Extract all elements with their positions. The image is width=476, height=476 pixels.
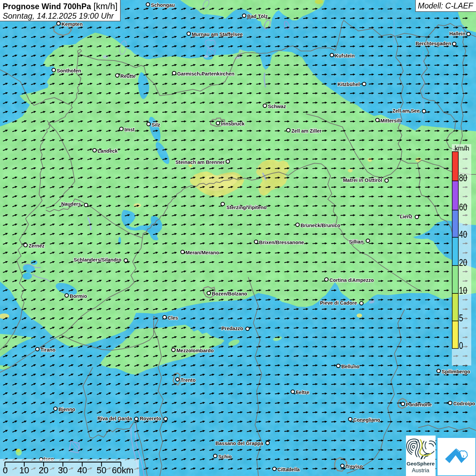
svg-text:Bruneck/Brunico: Bruneck/Brunico [301, 223, 340, 228]
svg-text:Berchtesgaden: Berchtesgaden [415, 41, 451, 46]
svg-text:20: 20 [39, 465, 49, 475]
svg-text:30: 30 [58, 465, 68, 475]
svg-text:Bozen/Bolzano: Bozen/Bolzano [212, 291, 247, 296]
svg-text:Trento: Trento [181, 377, 196, 383]
svg-text:Brixen/Bressanone: Brixen/Bressanone [259, 240, 304, 245]
svg-text:Bad Tölz: Bad Tölz [247, 14, 268, 19]
svg-text:5: 5 [459, 312, 463, 323]
svg-text:0: 0 [3, 465, 7, 475]
svg-text:Schlanders/Silandro: Schlanders/Silandro [74, 257, 121, 262]
svg-text:Steinach am Brenner: Steinach am Brenner [175, 159, 225, 165]
svg-text:40: 40 [459, 229, 467, 240]
svg-text:Innsbruck: Innsbruck [221, 121, 245, 126]
svg-text:Landeck: Landeck [98, 148, 118, 154]
svg-text:Murnau am Staffelsee: Murnau am Staffelsee [192, 32, 243, 37]
svg-text:Mezzolombardo: Mezzolombardo [176, 348, 214, 353]
svg-text:Prognose Wind 700hPa [km/h]: Prognose Wind 700hPa [km/h] [3, 1, 118, 11]
svg-text:Mittersill: Mittersill [380, 118, 401, 123]
svg-text:Sonntag, 14.12.2025 19:00 Uhr: Sonntag, 14.12.2025 19:00 Uhr [3, 12, 114, 20]
svg-text:80: 80 [459, 172, 467, 183]
svg-text:Zernez: Zernez [29, 243, 45, 249]
svg-text:Conegliano: Conegliano [353, 417, 380, 423]
svg-text:0: 0 [459, 340, 463, 351]
svg-text:Matrei in Osttirol: Matrei in Osttirol [343, 177, 382, 183]
svg-text:10: 10 [19, 465, 29, 475]
svg-text:Tirano: Tirano [40, 347, 55, 353]
svg-text:Codroipo: Codroipo [453, 401, 475, 406]
svg-text:Zell am See: Zell am See [392, 108, 420, 114]
svg-text:Bassano del Grappa: Bassano del Grappa [216, 441, 264, 446]
svg-text:Cortina d'Ampezzo: Cortina d'Ampezzo [329, 277, 374, 283]
svg-text:Kempten: Kempten [62, 21, 83, 27]
svg-text:Pieve di Cadore: Pieve di Cadore [320, 300, 357, 306]
svg-text:Kitzbühel: Kitzbühel [338, 82, 360, 87]
svg-text:Sonthofen: Sonthofen [57, 68, 81, 73]
svg-text:Cittadella: Cittadella [277, 467, 300, 472]
svg-text:Rovereto: Rovereto [140, 416, 161, 421]
svg-text:Riva del Garda: Riva del Garda [97, 416, 132, 421]
svg-text:Schongau: Schongau [151, 2, 175, 8]
svg-text:km/h: km/h [455, 144, 469, 152]
svg-text:Nauders: Nauders [61, 201, 81, 207]
svg-text:Feltre: Feltre [296, 390, 309, 395]
svg-text:Schwaz: Schwaz [268, 104, 286, 109]
svg-text:Predazzo: Predazzo [221, 326, 243, 331]
svg-text:Imst: Imst [124, 127, 135, 132]
svg-text:60: 60 [459, 202, 467, 213]
svg-text:Sillian: Sillian [349, 239, 363, 244]
svg-text:40: 40 [77, 465, 87, 475]
svg-text:Cles: Cles [168, 315, 178, 321]
svg-text:Silz: Silz [152, 122, 160, 128]
svg-text:20: 20 [459, 257, 467, 268]
svg-text:60km: 60km [112, 465, 134, 475]
svg-text:Hallein: Hallein [449, 31, 465, 36]
svg-text:Austria: Austria [412, 467, 429, 473]
svg-text:Bienno: Bienno [58, 407, 75, 412]
svg-text:50: 50 [97, 465, 106, 475]
svg-text:Belluno: Belluno [341, 364, 359, 369]
svg-text:Treviso: Treviso [345, 464, 363, 469]
svg-text:GeoSphere: GeoSphere [407, 461, 435, 466]
svg-text:Modell: C-LAEF: Modell: C-LAEF [418, 1, 474, 10]
svg-text:Zell am Ziller: Zell am Ziller [291, 128, 322, 134]
svg-text:Spilimbergo: Spilimbergo [442, 369, 470, 374]
svg-text:Bormio: Bormio [70, 293, 87, 299]
svg-text:Meran/Merano: Meran/Merano [186, 250, 219, 255]
svg-text:Kufstein: Kufstein [335, 53, 355, 58]
svg-text:Schio: Schio [218, 454, 232, 459]
svg-text:Sterzing/Vipiteno: Sterzing/Vipiteno [226, 205, 267, 210]
svg-text:Reutte: Reutte [120, 73, 136, 79]
svg-text:Garmisch-Partenkirchen: Garmisch-Partenkirchen [177, 71, 234, 76]
svg-text:Lienz: Lienz [400, 214, 412, 219]
svg-text:10: 10 [459, 285, 467, 296]
svg-text:Pordenone: Pordenone [406, 402, 432, 407]
